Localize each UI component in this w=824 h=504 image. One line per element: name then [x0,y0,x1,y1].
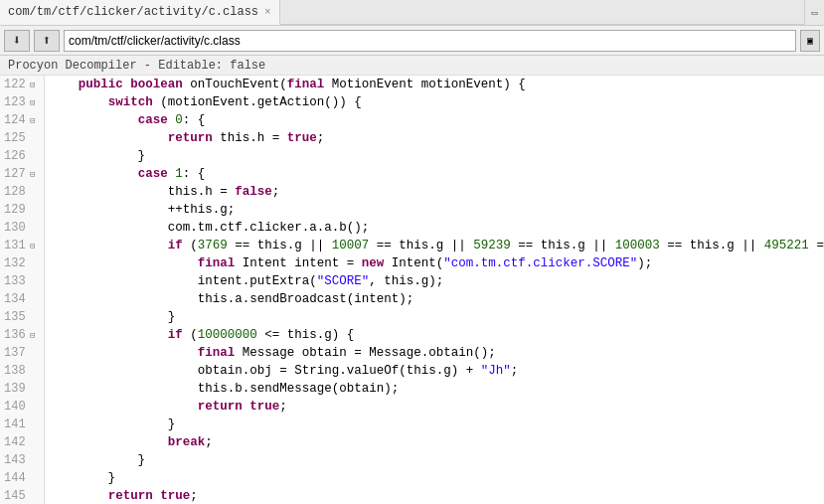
code-token: this.a.sendBroadcast(intent); [49,292,414,306]
tab-close-button[interactable]: × [264,6,271,18]
code-token: ; [272,185,280,199]
code-token: } [49,310,176,324]
code-token: == this.g || [369,239,473,252]
code-token: 0 [175,113,183,127]
line-number: 143 [0,451,44,469]
code-token: 3769 [198,239,228,252]
code-token: <= this.g) { [257,328,355,342]
code-token: MotionEvent motionEvent) { [324,78,526,91]
code-token: return [108,489,153,503]
line-number: 144 [0,469,44,487]
code-token: final [198,256,236,270]
code-token: 495221 [764,239,809,252]
code-token: Message obtain = Message.obtain(); [235,346,496,360]
line-number: 125 [0,129,44,147]
line-number: 145 [0,487,44,504]
status-text: Procyon Decompiler - Editable: false [8,59,265,73]
code-token: true [160,489,190,503]
code-token: public [79,78,123,91]
fold-icon[interactable]: ⊟ [28,241,38,252]
line-number: 129 [0,201,44,219]
code-line: } [45,451,824,469]
code-token: boolean [130,78,183,91]
code-token: 1 [175,167,183,181]
code-line: final Intent intent = new Intent("com.tm… [45,254,824,272]
code-token [49,489,108,503]
code-token [153,489,161,503]
status-bar: Procyon Decompiler - Editable: false [0,56,824,76]
fold-icon[interactable]: ⊟ [28,169,38,180]
code-token [49,435,168,449]
line-number: 139 [0,380,44,398]
code-token: } [49,418,176,431]
code-token: ; [279,400,287,414]
code-token: break [168,435,206,449]
window-restore-button[interactable]: ▭ [804,0,824,25]
code-token: == this.g [809,239,824,252]
line-number: 122⊟ [0,76,44,93]
code-token: return [168,131,213,145]
line-number: 142 [0,433,44,451]
code-token: ; [511,364,519,378]
fold-icon[interactable]: ⊟ [28,115,38,126]
code-line: this.b.sendMessage(obtain); [45,380,824,398]
code-line: return true; [45,487,824,504]
fold-icon[interactable]: ⊟ [28,330,38,341]
code-token: : { [183,113,206,127]
code-token: final [198,346,236,360]
code-token: , this.g); [369,274,443,288]
code-token: } [49,453,146,467]
download-button[interactable]: ⬇ [4,30,30,52]
line-number: 135 [0,308,44,326]
code-token: ); [637,256,652,270]
upload-button[interactable]: ⬆ [34,30,60,52]
code-token [49,95,108,109]
code-token: if [168,239,183,252]
toolbar: ⬇ ⬆ ▣ [0,26,824,56]
code-token [49,400,198,414]
code-token [49,328,168,342]
code-token: Intent( [384,256,443,270]
code-token [168,167,176,181]
code-token: Intent intent = [235,256,362,270]
code-token: ; [205,435,213,449]
code-line: switch (motionEvent.getAction()) { [45,93,824,111]
line-number: 127⊟ [0,165,44,183]
line-number: 128 [0,183,44,201]
code-token: } [49,149,146,163]
code-line: } [45,416,824,433]
fold-icon[interactable]: ⊟ [28,80,38,90]
code-line: return true; [45,398,824,416]
code-token: onTouchEvent( [183,78,287,91]
code-token: "Jh" [481,364,511,378]
code-token: this.h = [213,131,287,145]
line-number: 141 [0,416,44,433]
fold-icon[interactable]: ⊟ [28,97,38,108]
code-token: } [49,471,116,485]
code-line: this.a.sendBroadcast(intent); [45,290,824,308]
code-token: 59239 [473,239,511,252]
code-line: com.tm.ctf.clicker.a.a.b(); [45,219,824,237]
code-line: ++this.g; [45,201,824,219]
line-number: 134 [0,290,44,308]
corner-button[interactable]: ▣ [800,30,820,52]
line-number: 136⊟ [0,326,44,344]
code-token: case [138,167,168,181]
file-tab[interactable]: com/tm/ctf/clicker/activity/c.class × [0,0,280,25]
code-token: new [362,256,385,270]
tab-spacer [280,24,804,25]
code-line: intent.putExtra("SCORE", this.g); [45,272,824,290]
line-number: 124⊟ [0,111,44,129]
line-number: 131⊟ [0,237,44,254]
code-token: == this.g || [228,239,332,252]
code-token [49,256,198,270]
code-token: this.h = [49,185,236,199]
line-number: 140 [0,398,44,416]
code-token: switch [108,95,153,109]
path-input[interactable] [64,30,796,52]
code-line: this.h = false; [45,183,824,201]
code-line: break; [45,433,824,451]
code-token: == this.g || [660,239,764,252]
code-token [49,131,168,145]
code-token [168,113,176,127]
